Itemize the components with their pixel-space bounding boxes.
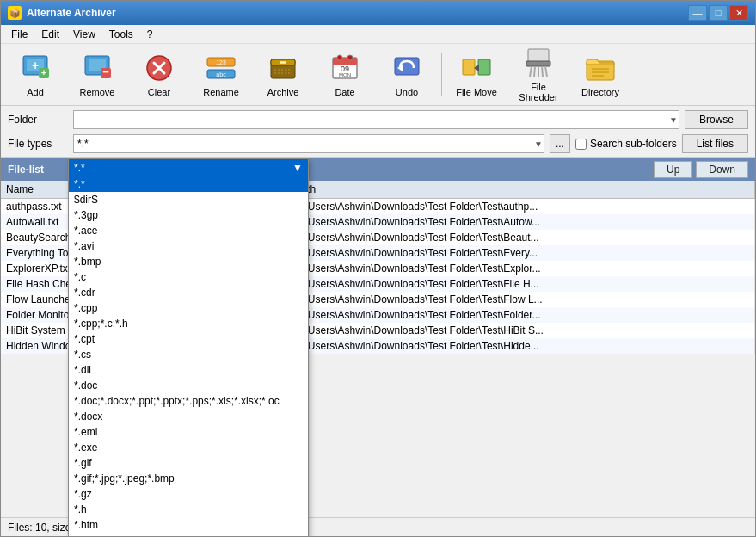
dropdown-item[interactable]: *.bmp [69,254,308,269]
window-title: Alternate Archiver [27,7,116,19]
file-shredder-icon [523,47,554,78]
dropdown-item[interactable]: *.cpp;*.c;*.h [69,316,308,331]
svg-text:+: + [41,67,46,77]
dropdown-item[interactable]: *.cpp [69,300,308,316]
date-icon: 09 MON [329,52,360,83]
toolbar-separator [441,53,442,96]
svg-text:−: − [102,65,109,78]
dropdown-item[interactable]: *.cs [69,347,308,362]
dotdot-button[interactable]: ... [550,134,570,153]
menu-view[interactable]: View [66,27,102,42]
file-list-area: File-list Up Down Name Date Path [1,158,755,536]
dropdown-item[interactable]: *.3gp [69,207,308,223]
cell-path: C:\Users\Ashwin\Downloads\Test Folder\Te… [289,230,755,245]
folder-label: Folder [8,114,68,126]
directory-label: Directory [581,87,619,97]
browse-button[interactable]: Browse [685,110,748,129]
file-types-select[interactable]: *.* [73,134,544,153]
maximize-button[interactable]: □ [709,5,728,21]
dropdown-item[interactable]: *.gif [69,455,308,471]
dropdown-item[interactable]: *.cdr [69,285,308,300]
up-down-buttons: Up Down [654,161,748,178]
svg-line-35 [534,66,535,77]
add-label: Add [27,87,44,97]
add-button[interactable]: + + Add [6,49,65,101]
dropdown-item[interactable]: *.docx [69,409,308,424]
cell-path: C:\Users\Ashwin\Downloads\Test Folder\Te… [289,214,755,230]
file-types-dropdown: *.* ▼ *.*$dirS*.3gp*.ace*.avi*.bmp*.c*.c… [68,181,309,517]
dropdown-item[interactable]: *.dll [69,362,308,378]
svg-rect-29 [463,59,475,75]
dropdown-scroll[interactable]: *.*$dirS*.3gp*.ace*.avi*.bmp*.c*.cdr*.cp… [69,181,308,517]
app-icon: 📦 [8,6,22,20]
file-move-label: File Move [456,87,497,97]
cell-path: C:\Users\Ashwin\Downloads\Test Folder\Te… [289,323,755,338]
archive-icon [267,52,298,83]
svg-line-38 [545,66,547,77]
svg-rect-30 [478,59,490,75]
up-button[interactable]: Up [654,161,692,178]
dropdown-item[interactable]: *.avi [69,238,308,254]
dropdown-item[interactable]: *.cpt [69,331,308,347]
menu-tools[interactable]: Tools [102,27,140,42]
svg-rect-18 [280,61,286,64]
search-sub-checkbox[interactable] [575,139,587,150]
undo-label: Undo [396,87,418,97]
dropdown-item[interactable]: *.exe [69,440,308,455]
remove-label: Remove [80,87,115,97]
minimize-button[interactable]: — [688,5,707,21]
clear-label: Clear [148,87,170,97]
undo-button[interactable]: Undo [378,49,436,101]
remove-button[interactable]: − Remove [68,49,126,101]
dropdown-item[interactable]: *.gz [69,486,308,502]
svg-line-37 [542,66,543,77]
dropdown-item[interactable]: *.ace [69,223,308,238]
dropdown-item[interactable]: *.doc [69,378,308,393]
clear-button[interactable]: Clear [130,49,188,101]
dropdown-item[interactable]: *.* [69,181,308,192]
dropdown-item[interactable]: *.h [69,502,308,517]
file-types-row: File types *.* ▼ ... Search sub-folders … [8,133,748,154]
add-icon: + + [20,52,51,83]
directory-icon [585,52,616,83]
file-shredder-label: File Shredder [510,82,567,102]
title-bar-controls: — □ ✕ [688,5,748,21]
title-bar-left: 📦 Alternate Archiver [8,6,116,20]
date-button[interactable]: 09 MON Date [316,49,374,101]
dropdown-item[interactable]: *.c [69,269,308,285]
directory-button[interactable]: Directory [571,49,630,101]
file-shredder-button[interactable]: File Shredder [509,49,568,101]
menu-edit[interactable]: Edit [34,27,66,42]
search-sub-label: Search sub-folders [590,138,677,150]
rename-icon: 123 abc [206,52,237,83]
svg-text:abc: abc [216,71,226,77]
undo-icon [391,52,422,83]
svg-text:+: + [32,59,39,72]
menu-file[interactable]: File [4,27,34,42]
archive-button[interactable]: Archive [254,49,312,101]
list-files-button[interactable]: List files [682,134,748,153]
svg-text:123: 123 [216,59,226,65]
col-path: Path [289,181,755,199]
archive-label: Archive [267,87,299,97]
folder-input[interactable] [73,110,679,129]
rename-button[interactable]: 123 abc Rename [192,49,250,101]
down-button[interactable]: Down [696,161,748,178]
dropdown-item[interactable]: *.doc;*.docx;*.ppt;*.pptx;*.pps;*.xls;*.… [69,393,308,409]
close-button[interactable]: ✕ [729,5,748,21]
dropdown-item[interactable]: *.eml [69,424,308,440]
clear-icon [144,52,175,83]
form-area: Folder ▼ Browse File types *.* ▼ ... Sea… [1,106,755,158]
svg-line-34 [530,66,532,77]
cell-path: C:\Users\Ashwin\Downloads\Test Folder\Te… [289,292,755,307]
rename-label: Rename [203,87,239,97]
main-window: 📦 Alternate Archiver — □ ✕ File Edit Vie… [0,0,756,537]
file-types-select-wrapper: *.* ▼ [73,134,544,153]
dropdown-item[interactable]: $dirS [69,192,308,207]
file-types-label: File types [8,138,68,150]
dropdown-item[interactable]: *.gif;*.jpg;*.jpeg;*.bmp [69,471,308,486]
file-move-button[interactable]: File Move [447,49,506,101]
toolbar: + + Add − Remove [1,44,755,106]
cell-path: C:\Users\Ashwin\Downloads\Test Folder\Te… [289,245,755,261]
menu-help[interactable]: ? [140,27,160,42]
